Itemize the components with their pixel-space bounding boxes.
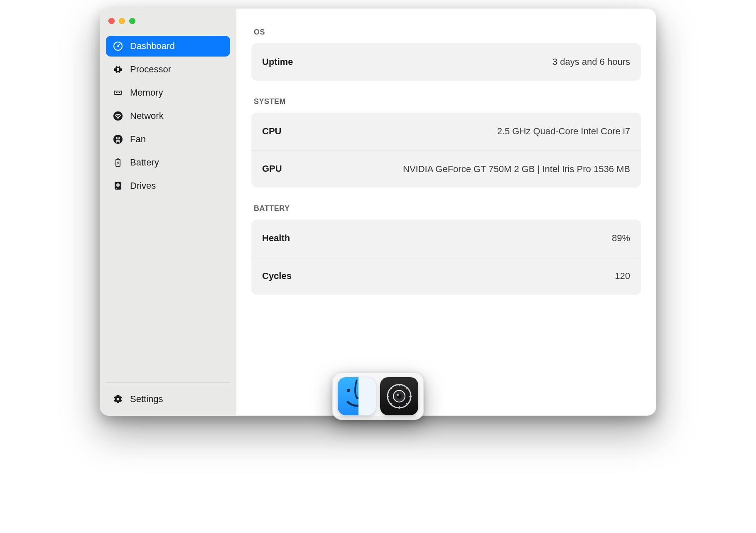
sidebar-footer: Settings <box>106 382 230 410</box>
sidebar-item-network[interactable]: Network <box>106 106 230 126</box>
sidebar: Dashboard Processor <box>100 9 236 415</box>
card-system: CPU 2.5 GHz Quad-Core Intel Core i7 GPU … <box>251 113 641 188</box>
sidebar-item-dashboard[interactable]: Dashboard <box>106 36 230 57</box>
window-controls <box>106 16 230 36</box>
fullscreen-window-button[interactable] <box>129 18 135 24</box>
drive-icon <box>113 180 123 191</box>
row-health: Health 89% <box>251 220 641 257</box>
svg-point-14 <box>116 188 117 189</box>
sidebar-item-label: Battery <box>130 157 159 168</box>
svg-point-1 <box>117 45 119 47</box>
sidebar-item-memory[interactable]: Memory <box>106 82 230 103</box>
row-value: 3 days and 6 hours <box>552 53 630 71</box>
sidebar-item-settings[interactable]: Settings <box>106 389 230 410</box>
dock-app-finder[interactable] <box>338 377 376 415</box>
row-label: Uptime <box>262 57 293 67</box>
sidebar-item-processor[interactable]: Processor <box>106 59 230 80</box>
dock-app-system-monitor[interactable] <box>380 377 418 415</box>
gear-icon <box>113 394 123 405</box>
main-content: OS Uptime 3 days and 6 hours SYSTEM CPU … <box>236 9 656 415</box>
svg-point-13 <box>118 185 119 186</box>
sidebar-item-label: Processor <box>130 64 171 75</box>
row-value: 2.5 GHz Quad-Core Intel Core i7 <box>497 123 630 140</box>
row-value: 120 <box>615 267 630 285</box>
close-window-button[interactable] <box>108 18 115 24</box>
finder-icon <box>338 377 376 415</box>
app-window: Dashboard Processor <box>100 8 656 416</box>
sidebar-item-label: Fan <box>130 134 146 145</box>
section-title-system: SYSTEM <box>254 97 638 106</box>
sidebar-item-label: Settings <box>130 394 163 405</box>
card-os: Uptime 3 days and 6 hours <box>251 43 641 81</box>
row-label: CPU <box>262 126 281 137</box>
row-value: 89% <box>612 229 630 247</box>
gear-gauge-icon <box>385 382 413 410</box>
cpu-icon <box>113 64 123 75</box>
card-battery: Health 89% Cycles 120 <box>251 220 641 295</box>
sidebar-item-fan[interactable]: Fan <box>106 129 230 150</box>
sidebar-item-label: Memory <box>130 87 163 98</box>
row-label: Health <box>262 233 290 244</box>
row-label: Cycles <box>262 271 292 281</box>
svg-rect-3 <box>117 68 119 71</box>
section-title-os: OS <box>254 28 638 37</box>
fan-icon <box>113 134 123 145</box>
sidebar-item-battery[interactable]: Battery <box>106 152 230 173</box>
row-value: NVIDIA GeForce GT 750M 2 GB | Intel Iris… <box>403 160 630 178</box>
row-cycles: Cycles 120 <box>251 257 641 295</box>
svg-point-30 <box>397 394 399 396</box>
row-gpu: GPU NVIDIA GeForce GT 750M 2 GB | Intel … <box>251 151 641 188</box>
row-cpu: CPU 2.5 GHz Quad-Core Intel Core i7 <box>251 113 641 151</box>
memory-icon <box>113 87 123 98</box>
svg-point-6 <box>118 118 119 119</box>
svg-point-8 <box>117 138 119 140</box>
sidebar-item-label: Drives <box>130 180 156 191</box>
section-title-battery: BATTERY <box>254 204 638 213</box>
row-label: GPU <box>262 163 282 174</box>
svg-point-16 <box>117 398 119 400</box>
svg-rect-10 <box>117 158 119 159</box>
sidebar-item-drives[interactable]: Drives <box>106 175 230 196</box>
sidebar-nav: Dashboard Processor <box>106 36 230 196</box>
minimize-window-button[interactable] <box>119 18 125 24</box>
sidebar-item-label: Dashboard <box>130 41 175 52</box>
svg-point-17 <box>347 389 350 392</box>
sidebar-item-label: Network <box>130 111 164 121</box>
battery-icon <box>113 157 123 168</box>
row-uptime: Uptime 3 days and 6 hours <box>251 43 641 81</box>
wifi-icon <box>113 111 123 121</box>
gauge-icon <box>113 41 123 52</box>
svg-point-18 <box>363 389 367 392</box>
dock <box>332 373 424 420</box>
